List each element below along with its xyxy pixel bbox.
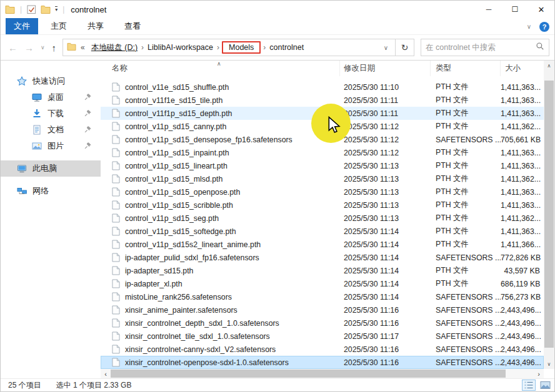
sidebar-item-network[interactable]: 网络 — [1, 183, 101, 199]
file-row[interactable]: control_v11p_sd15_softedge.pth2025/5/30 … — [101, 225, 544, 238]
sidebar-item-quick-access[interactable]: 快速访问 — [1, 73, 101, 89]
file-name: xinsir_controlnet-canny-sdxl_V2.safetens… — [125, 345, 276, 354]
chevron-down-icon[interactable]: ▾ — [55, 6, 58, 12]
up-icon[interactable]: ↑ — [52, 43, 57, 52]
nav-buttons: ← → ∨ ↑ — [8, 43, 56, 52]
file-name-cell: control_v11p_sd15s2_lineart_anime.pth — [101, 240, 340, 249]
help-icon[interactable]: ? — [539, 22, 549, 32]
desktop-icon — [32, 92, 42, 102]
sidebar-item-pictures[interactable]: 图片 — [1, 138, 101, 154]
file-row[interactable]: ip-adapter_sd15.pth2025/5/30 11:14PTH 文件… — [101, 264, 544, 277]
file-icon — [112, 174, 120, 184]
tab-share[interactable]: 共享 — [79, 18, 112, 34]
horizontal-scrollbar[interactable]: ‹ › — [101, 369, 544, 378]
file-row[interactable]: control_v11p_sd15_scribble.pth2025/5/30 … — [101, 198, 544, 212]
file-icon — [112, 122, 120, 131]
file-row[interactable]: ip-adapter_xl.pth2025/5/30 11:14PTH 文件68… — [101, 277, 544, 290]
file-type: PTH 文件 — [431, 278, 501, 289]
tab-home[interactable]: 主页 — [42, 18, 75, 34]
file-type: SAFETENSORS ... — [431, 135, 501, 144]
scroll-down-icon[interactable]: ∨ — [544, 359, 554, 369]
file-row[interactable]: xinsir_controlnet-openpose-sdxl-1.0.safe… — [101, 356, 544, 369]
file-row[interactable]: xinsir_controlnet-canny-sdxl_V2.safetens… — [101, 343, 544, 356]
quick-access-toolbar: | ▾ | — [5, 5, 65, 14]
search-input[interactable] — [426, 43, 536, 52]
vertical-scrollbar[interactable]: ∧ ∨ — [544, 61, 554, 369]
file-date: 2025/5/30 11:11 — [340, 109, 431, 118]
sidebar-item-downloads[interactable]: 下载 — [1, 105, 101, 122]
recent-locations-icon[interactable]: ∨ — [41, 45, 45, 51]
address-bar[interactable]: « 本地磁盘 (D:)›LiblibAI-workspace›Models›co… — [62, 39, 396, 56]
column-header-date-modified[interactable]: 修改日期 — [340, 61, 431, 76]
properties-check-icon[interactable] — [27, 5, 36, 14]
breadcrumb-separator-icon[interactable]: › — [141, 43, 144, 52]
file-icon — [112, 227, 120, 236]
column-header-type[interactable]: 类型 — [431, 61, 501, 76]
file-row[interactable]: control_v11p_sd15_inpaint.pth2025/5/30 1… — [101, 146, 544, 159]
ribbon-collapse-icon[interactable]: ∨ — [527, 23, 531, 30]
scroll-up-icon[interactable]: ∧ — [544, 61, 554, 71]
file-row[interactable]: ip-adapter_pulid_sdxl_fp16.safetensors20… — [101, 251, 544, 264]
sidebar-item-desktop[interactable]: 桌面 — [1, 89, 101, 105]
file-row[interactable]: control_v11p_sd15_lineart.pth2025/5/30 1… — [101, 159, 544, 172]
file-row[interactable]: xinsir_controlnet_tile_sdxl_1.0.safetens… — [101, 330, 544, 343]
address-dropdown-icon[interactable]: ∨ — [381, 44, 391, 51]
view-toggles — [522, 380, 552, 391]
file-name: xinsir_controlnet_tile_sdxl_1.0.safetens… — [125, 332, 270, 341]
column-header-size[interactable]: 大小 — [501, 61, 544, 76]
scroll-right-icon[interactable]: › — [534, 369, 544, 378]
file-type: SAFETENSORS ... — [431, 345, 501, 354]
breadcrumb-overflow[interactable]: « — [81, 43, 85, 52]
details-view-icon[interactable] — [522, 380, 536, 391]
scroll-left-icon[interactable]: ‹ — [101, 369, 111, 378]
back-icon[interactable]: ← — [8, 43, 18, 52]
file-name: mistoLine_rank256.safetensors — [125, 293, 232, 301]
file-icon — [112, 345, 120, 354]
folder-icon[interactable] — [41, 5, 51, 14]
file-row[interactable]: control_v11p_sd15s2_lineart_anime.pth202… — [101, 238, 544, 251]
minimize-button[interactable]: ─ — [476, 1, 502, 18]
sidebar-item-this-pc[interactable]: 此电脑 — [1, 160, 101, 177]
breadcrumb-separator-icon[interactable]: › — [217, 43, 219, 52]
pictures-icon — [32, 141, 42, 151]
file-type: PTH 文件 — [431, 82, 501, 92]
breadcrumb-item-models[interactable]: Models — [222, 41, 261, 54]
file-date: 2025/5/30 11:14 — [340, 227, 431, 236]
file-row[interactable]: mistoLine_rank256.safetensors2025/5/30 1… — [101, 290, 544, 303]
file-icon — [112, 200, 120, 210]
file-icon — [112, 213, 120, 223]
file-name-cell: xinsir_controlnet_tile_sdxl_1.0.safetens… — [101, 331, 340, 341]
tab-view[interactable]: 查看 — [116, 18, 149, 34]
file-row[interactable]: xinsir_controlnet_depth_sdxl_1.0.safeten… — [101, 316, 544, 330]
file-row[interactable]: control_v11p_sd15_mlsd.pth2025/5/30 11:1… — [101, 172, 544, 185]
forward-icon[interactable]: → — [24, 43, 34, 52]
maximize-button[interactable]: ☐ — [502, 1, 528, 18]
file-row[interactable]: control_v11p_sd15_openpose.pth2025/5/30 … — [101, 185, 544, 198]
network-icon — [17, 186, 27, 196]
thumbnail-view-icon[interactable] — [538, 380, 552, 391]
breadcrumb-item-liblibai-workspace[interactable]: LiblibAI-workspace — [144, 42, 216, 53]
file-row[interactable]: xinsir_anime_painter.safetensors2025/5/3… — [101, 303, 544, 316]
breadcrumb-separator-icon[interactable]: › — [263, 43, 266, 52]
title-bar: | ▾ | controlnet ─ ☐ ✕ — [1, 1, 554, 18]
file-row[interactable]: control_v11p_sd15_seg.pth2025/5/30 11:13… — [101, 212, 544, 225]
column-header-name[interactable]: 名称 — [101, 61, 340, 76]
close-button[interactable]: ✕ — [528, 1, 554, 18]
breadcrumb-item-local-disk-d[interactable]: 本地磁盘 (D:) — [88, 41, 141, 54]
refresh-button[interactable]: ↻ — [396, 39, 414, 56]
file-name: control_v11e_sd15_shuffle.pth — [125, 83, 229, 92]
vertical-scroll-thumb[interactable] — [544, 81, 554, 348]
file-name: xinsir_anime_painter.safetensors — [125, 306, 238, 315]
file-row[interactable]: control_v11e_sd15_shuffle.pth2025/5/30 1… — [101, 81, 544, 94]
sidebar-item-documents[interactable]: 文档 — [1, 122, 101, 138]
horizontal-scroll-thumb[interactable] — [111, 370, 506, 378]
breadcrumb-item-controlnet[interactable]: controlnet — [266, 42, 307, 53]
file-name: control_v11p_sd15_inpaint.pth — [125, 149, 229, 157]
search-icon[interactable] — [536, 42, 544, 53]
sidebar-item-label: 图片 — [48, 140, 64, 152]
ribbon-tab-bar: 文件主页共享查看 ∨ ? — [1, 18, 554, 35]
file-name: control_v11p_sd15_densepose_fp16.safeten… — [125, 135, 292, 144]
sidebar-item-label: 此电脑 — [32, 163, 57, 174]
file-name-cell: control_v11p_sd15_inpaint.pth — [101, 148, 340, 157]
tab-file[interactable]: 文件 — [6, 18, 38, 34]
